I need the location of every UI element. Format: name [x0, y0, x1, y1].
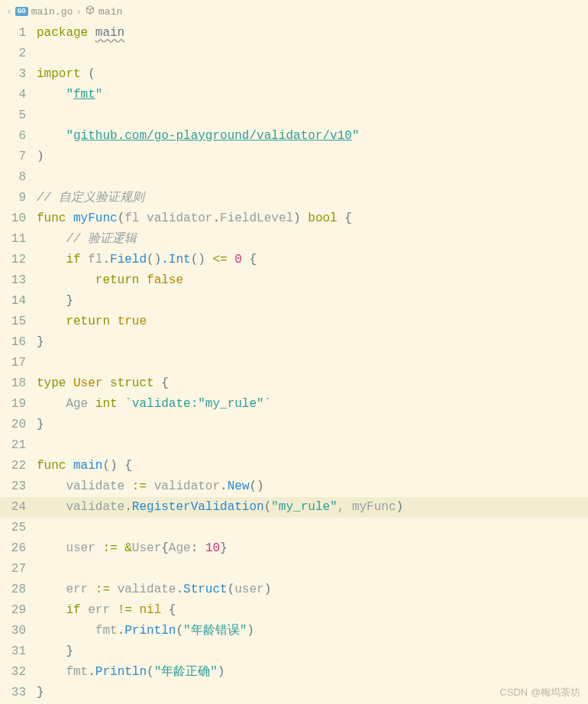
line-number: 4 [0, 85, 37, 105]
code-line[interactable]: 4 "fmt" [0, 85, 588, 105]
code-line[interactable]: 22func main() { [0, 456, 588, 476]
code-content[interactable]: ) [37, 147, 44, 167]
line-number: 25 [0, 518, 37, 538]
symbol-icon [85, 5, 95, 18]
code-content[interactable]: package main [37, 23, 124, 44]
line-number: 31 [0, 641, 37, 662]
line-number: 8 [0, 167, 37, 188]
code-line[interactable]: 11 // 验证逻辑 [0, 229, 588, 250]
code-content[interactable]: } [37, 415, 44, 435]
code-content[interactable]: validate.RegisterValidation("my_rule", m… [37, 497, 403, 518]
watermark: CSDN @梅坞茶坊 [499, 686, 580, 699]
code-content[interactable]: validate := validator.New() [37, 476, 264, 497]
code-line[interactable]: 26 user := &User{Age: 10} [0, 538, 588, 559]
code-content[interactable]: "fmt" [37, 85, 102, 105]
code-content[interactable]: } [37, 641, 73, 662]
line-number: 29 [0, 600, 37, 621]
code-content[interactable]: if fl.Field().Int() <= 0 { [37, 250, 257, 270]
line-number: 32 [0, 662, 37, 683]
line-number: 11 [0, 229, 37, 250]
code-line[interactable]: 5 [0, 105, 588, 126]
code-content[interactable]: func main() { [37, 456, 132, 476]
code-line[interactable]: 9// 自定义验证规则 [0, 188, 588, 208]
line-number: 12 [0, 250, 37, 270]
code-content[interactable]: if err != nil { [37, 600, 176, 621]
code-content[interactable]: Age int `validate:"my_rule"` [37, 394, 271, 415]
line-number: 2 [0, 44, 37, 64]
code-line[interactable]: 15 return true [0, 312, 588, 332]
code-line[interactable]: 31 } [0, 641, 588, 662]
chevron-right-icon: › [76, 6, 82, 18]
code-content[interactable]: func myFunc(fl validator.FieldLevel) boo… [37, 208, 352, 229]
line-number: 9 [0, 188, 37, 208]
breadcrumb-file[interactable]: main.go [31, 6, 73, 18]
line-number: 10 [0, 208, 37, 229]
code-line[interactable]: 18type User struct { [0, 373, 588, 394]
code-content[interactable]: user := &User{Age: 10} [37, 538, 228, 559]
line-number: 21 [0, 435, 37, 456]
code-line[interactable]: 29 if err != nil { [0, 600, 588, 621]
line-number: 15 [0, 312, 37, 332]
line-number: 30 [0, 621, 37, 641]
code-content[interactable]: // 验证逻辑 [37, 229, 137, 250]
code-line[interactable]: 17 [0, 353, 588, 373]
line-number: 33 [0, 683, 37, 703]
code-content[interactable]: return true [37, 312, 147, 332]
code-line[interactable]: 14 } [0, 291, 588, 312]
code-line[interactable]: 6 "github.com/go-playground/validator/v1… [0, 126, 588, 147]
line-number: 27 [0, 559, 37, 580]
code-line[interactable]: 3import ( [0, 64, 588, 85]
line-number: 24 [0, 497, 37, 518]
code-line[interactable]: 25 [0, 518, 588, 538]
code-line[interactable]: 28 err := validate.Struct(user) [0, 580, 588, 600]
code-line[interactable]: 13 return false [0, 270, 588, 291]
breadcrumb[interactable]: › GO main.go › main [0, 0, 588, 23]
code-line[interactable]: 32 fmt.Println("年龄正确") [0, 662, 588, 683]
code-editor[interactable]: 1package main23import (4 "fmt"56 "github… [0, 23, 588, 703]
line-number: 26 [0, 538, 37, 559]
code-line[interactable]: 20} [0, 415, 588, 435]
code-content[interactable]: } [37, 683, 44, 703]
code-line[interactable]: 27 [0, 559, 588, 580]
code-content[interactable]: fmt.Println("年龄正确") [37, 662, 225, 683]
code-line[interactable]: 23 validate := validator.New() [0, 476, 588, 497]
line-number: 18 [0, 373, 37, 394]
code-content[interactable]: import ( [37, 64, 95, 85]
line-number: 5 [0, 105, 37, 126]
line-number: 22 [0, 456, 37, 476]
code-line[interactable]: 7) [0, 147, 588, 167]
line-number: 20 [0, 415, 37, 435]
code-line[interactable]: 30 fmt.Println("年龄错误") [0, 621, 588, 641]
line-number: 28 [0, 580, 37, 600]
code-content[interactable]: // 自定义验证规则 [37, 188, 144, 208]
line-number: 1 [0, 23, 37, 44]
line-number: 7 [0, 147, 37, 167]
line-number: 3 [0, 64, 37, 85]
code-line[interactable]: 12 if fl.Field().Int() <= 0 { [0, 250, 588, 270]
line-number: 14 [0, 291, 37, 312]
code-line[interactable]: 10func myFunc(fl validator.FieldLevel) b… [0, 208, 588, 229]
code-content[interactable]: "github.com/go-playground/validator/v10" [37, 126, 359, 147]
line-number: 17 [0, 353, 37, 373]
code-content[interactable]: } [37, 291, 73, 312]
code-content[interactable]: fmt.Println("年龄错误") [37, 621, 254, 641]
go-file-icon: GO [15, 7, 28, 16]
chevron-right-icon: › [6, 6, 12, 18]
line-number: 23 [0, 476, 37, 497]
code-content[interactable]: type User struct { [37, 373, 169, 394]
line-number: 6 [0, 126, 37, 147]
line-number: 19 [0, 394, 37, 415]
code-line[interactable]: 21 [0, 435, 588, 456]
code-line[interactable]: 16} [0, 332, 588, 353]
code-content[interactable]: } [37, 332, 44, 353]
code-line[interactable]: 2 [0, 44, 588, 64]
breadcrumb-symbol[interactable]: main [99, 6, 122, 18]
code-line[interactable]: 24 validate.RegisterValidation("my_rule"… [0, 497, 588, 518]
line-number: 16 [0, 332, 37, 353]
code-content[interactable]: return false [37, 270, 183, 291]
line-number: 13 [0, 270, 37, 291]
code-line[interactable]: 19 Age int `validate:"my_rule"` [0, 394, 588, 415]
code-line[interactable]: 1package main [0, 23, 588, 44]
code-content[interactable]: err := validate.Struct(user) [37, 580, 271, 600]
code-line[interactable]: 8 [0, 167, 588, 188]
